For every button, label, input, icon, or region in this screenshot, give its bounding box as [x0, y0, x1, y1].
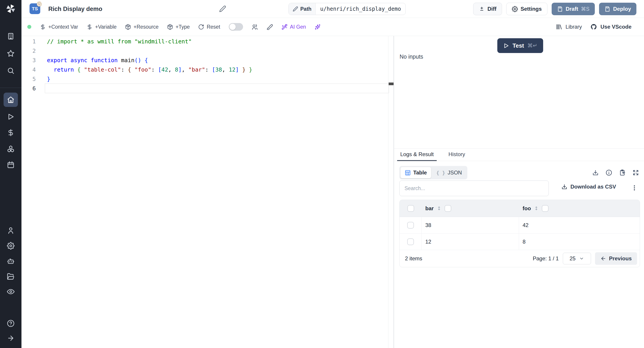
column-foo-checkbox[interactable]	[542, 205, 548, 212]
result-table: bar foo 38 42 12 8 2 items Page: 1 / 1	[399, 200, 640, 267]
add-context-var-button[interactable]: +Context Var	[40, 24, 78, 30]
edit-title-pencil-icon[interactable]	[219, 5, 226, 12]
download-result-icon[interactable]	[592, 169, 599, 176]
sidebar-item-variables-dollar-icon[interactable]	[0, 129, 22, 136]
download-icon	[561, 184, 568, 190]
test-button[interactable]: Test ⌘↵	[497, 38, 543, 53]
use-vscode-button[interactable]: Use VScode	[590, 24, 632, 30]
sidebar-item-users-person-icon[interactable]	[0, 227, 22, 234]
workspace-building-icon[interactable]	[0, 32, 22, 40]
sidebar-item-home[interactable]	[4, 92, 18, 107]
sidebar-item-workers-robot-icon[interactable]	[0, 258, 22, 265]
row-checkbox[interactable]	[407, 238, 414, 245]
download-csv-button[interactable]: Download as CSV	[561, 184, 616, 190]
sidebar	[0, 0, 22, 348]
sidebar-item-settings-gear-icon[interactable]	[0, 242, 22, 250]
toggle-knob	[230, 24, 236, 30]
sidebar-item-runs-play-icon[interactable]	[0, 113, 22, 120]
gear-icon	[512, 6, 518, 12]
multiplayer-users-icon[interactable]	[252, 24, 258, 30]
search-icon[interactable]	[0, 67, 22, 74]
format-paintbrush-icon[interactable]	[266, 24, 273, 30]
draft-label: Draft	[566, 6, 578, 12]
table-header-row: bar foo	[400, 200, 640, 217]
draft-button[interactable]: Draft ⌘S	[552, 3, 595, 15]
page-title: Rich Display demo	[48, 0, 102, 18]
editor-right-edge	[388, 36, 388, 348]
editor-toolbar: +Context Var +Variable +Resource +Type R…	[22, 18, 644, 36]
chevron-down-icon	[579, 256, 584, 261]
diff-button[interactable]: Diff	[473, 3, 502, 15]
add-variable-button[interactable]: +Variable	[86, 24, 116, 30]
table-options-kebab-icon[interactable]	[631, 184, 638, 191]
run-result-panel: Test ⌘↵ No inputs Logs & Result History …	[394, 36, 644, 348]
previous-page-button[interactable]: Previous	[595, 252, 637, 265]
column-bar-checkbox[interactable]	[444, 205, 451, 212]
library-icon	[556, 24, 562, 30]
page-indicator: Page: 1 / 1	[533, 256, 559, 262]
windmill-logo-icon[interactable]	[0, 4, 22, 14]
column-header-bar[interactable]: bar	[425, 205, 434, 212]
table-footer: 2 items Page: 1 / 1 25 Previous	[400, 250, 640, 267]
library-button[interactable]: Library	[556, 24, 582, 30]
path-chip[interactable]: Path u/henri/rich_display_demo	[288, 3, 406, 15]
cell-bar: 38	[422, 222, 431, 228]
code-lines[interactable]: // import * as wmill from "windmill-clie…	[47, 37, 387, 93]
no-inputs-text: No inputs	[400, 54, 423, 60]
page-size-select[interactable]: 25	[563, 253, 591, 264]
add-resource-button[interactable]: +Resource	[125, 24, 158, 30]
expand-sidebar-arrow-icon[interactable]	[0, 334, 22, 342]
tab-history[interactable]: History	[445, 148, 468, 161]
diff-icon	[479, 6, 485, 12]
pencil-icon	[293, 6, 298, 12]
expand-fullscreen-icon[interactable]	[632, 169, 639, 176]
table-row: 38 42	[400, 217, 640, 234]
items-count: 2 items	[405, 256, 422, 262]
cell-bar: 12	[422, 239, 431, 245]
package-icon	[125, 24, 131, 30]
select-all-checkbox[interactable]	[408, 205, 414, 212]
sort-icon[interactable]	[534, 206, 539, 211]
row-checkbox[interactable]	[407, 222, 414, 228]
add-type-button[interactable]: +Type	[167, 24, 190, 30]
view-table-pill[interactable]: Table	[400, 167, 431, 178]
bun-badge-icon	[36, 1, 42, 7]
help-icon[interactable]	[0, 320, 22, 327]
sidebar-item-resources-boxes-icon[interactable]	[0, 145, 22, 152]
status-dot	[27, 25, 31, 29]
info-icon[interactable]	[606, 169, 612, 176]
sparkles-icon[interactable]	[314, 24, 321, 30]
path-edit-button[interactable]: Path	[289, 3, 316, 15]
github-icon	[590, 24, 597, 30]
deploy-label: Deploy	[613, 6, 631, 12]
reset-button[interactable]: Reset	[198, 24, 220, 30]
sidebar-item-folders-icon[interactable]	[0, 273, 22, 280]
view-json-pill[interactable]: { } JSON	[432, 167, 466, 178]
sidebar-item-audit-eye-icon[interactable]	[0, 288, 22, 296]
settings-label: Settings	[520, 6, 542, 12]
overview-ruler-cursor	[389, 82, 394, 85]
result-tabs: Logs & Result History	[394, 148, 644, 161]
test-shortcut: ⌘↵	[528, 42, 537, 49]
settings-button[interactable]: Settings	[506, 3, 548, 15]
dollar-icon	[40, 24, 46, 30]
deploy-button[interactable]: Deploy	[599, 3, 636, 15]
cell-foo: 8	[519, 239, 526, 245]
diff-label: Diff	[488, 6, 496, 12]
clipboard-copy-icon[interactable]	[619, 169, 626, 176]
table-search-input[interactable]	[399, 180, 549, 196]
braces-icon: { }	[436, 170, 445, 176]
diff-mode-toggle[interactable]	[229, 23, 243, 31]
column-header-foo[interactable]: foo	[522, 205, 531, 212]
save-icon	[557, 6, 563, 12]
table-row: 12 8	[400, 234, 640, 250]
favorites-star-icon[interactable]	[0, 50, 22, 57]
gutter: 123456	[22, 37, 42, 93]
ai-gen-button[interactable]: AI Gen	[282, 24, 306, 30]
path-value: u/henri/rich_display_demo	[316, 3, 406, 15]
path-label: Path	[300, 6, 312, 12]
sort-icon[interactable]	[436, 206, 442, 211]
code-editor[interactable]: 123456 // import * as wmill from "windmi…	[22, 36, 394, 348]
tab-logs-result[interactable]: Logs & Result	[397, 148, 437, 161]
sidebar-item-schedules-calendar-icon[interactable]	[0, 161, 22, 169]
